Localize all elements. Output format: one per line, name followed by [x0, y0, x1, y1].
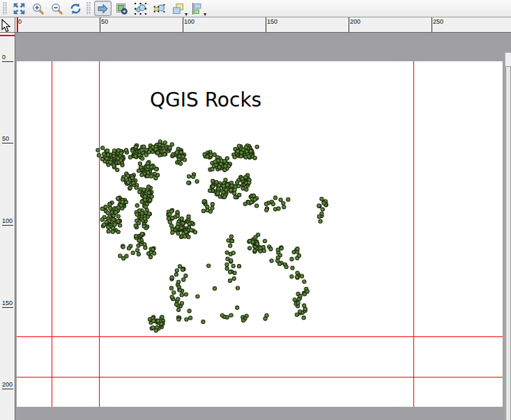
move-item-content-icon — [116, 3, 128, 15]
vertical-ruler[interactable]: 050100150200 — [0, 33, 15, 420]
zoom-full-button[interactable] — [10, 1, 28, 16]
group-items-icon — [135, 3, 146, 15]
vruler-cursor-marker — [0, 35, 15, 36]
zoom-out-icon — [51, 3, 63, 15]
hruler-label: 200 — [350, 18, 360, 25]
group-items-button[interactable] — [132, 1, 149, 16]
map-title-label[interactable]: QGIS Rocks — [150, 88, 261, 111]
vruler-tick — [2, 307, 13, 308]
mouse-cursor-icon — [1, 19, 11, 33]
zoom-in-icon — [32, 3, 44, 15]
vruler-label: 200 — [2, 381, 13, 388]
ungroup-items-button[interactable] — [151, 1, 168, 16]
composer-canvas[interactable]: QGIS Rocks — [15, 33, 511, 420]
hruler-tick — [100, 17, 100, 32]
hruler-label: 0 — [18, 18, 22, 25]
dropdown-arrow-icon[interactable]: ▾ — [185, 12, 188, 17]
hruler-label: 100 — [184, 18, 195, 25]
zoom-out-button[interactable] — [48, 1, 66, 16]
align-items-icon — [191, 3, 203, 15]
select-move-item-icon — [97, 3, 109, 15]
hruler-label: 50 — [101, 18, 108, 25]
dropdown-arrow-icon[interactable]: ▾ — [204, 12, 206, 17]
hruler-tick — [266, 17, 266, 32]
align-items-button[interactable]: ▾ — [188, 1, 206, 16]
hruler-tick — [183, 17, 183, 32]
select-move-item-button[interactable] — [94, 1, 112, 16]
vertical-scrollbar[interactable] — [505, 52, 511, 420]
hruler-label: 150 — [267, 18, 277, 25]
map-item-points[interactable] — [15, 33, 511, 420]
qgis-print-composer-window: ▾ ▾ 050100150200250 QGIS Rocks 050100150… — [0, 0, 511, 420]
hruler-tick — [432, 17, 432, 32]
horizontal-ruler[interactable]: 050100150200250 — [15, 17, 511, 33]
move-item-content-button[interactable] — [113, 1, 130, 16]
vruler-tick — [2, 143, 13, 143]
hruler-tick — [349, 17, 349, 32]
zoom-full-icon — [13, 3, 25, 15]
vruler-tick — [2, 61, 13, 62]
vruler-tick — [2, 389, 13, 389]
zoom-in-button[interactable] — [29, 1, 47, 16]
vruler-label: 100 — [2, 217, 13, 224]
ungroup-items-icon — [153, 3, 165, 15]
toolbar-handle[interactable] — [3, 2, 7, 15]
vruler-label: 150 — [2, 300, 13, 306]
toolbar-handle[interactable] — [86, 2, 91, 15]
vruler-label: 0 — [2, 54, 6, 61]
vruler-label: 50 — [2, 135, 9, 142]
toolbar: ▾ ▾ — [0, 0, 511, 17]
raise-items-button[interactable]: ▾ — [169, 1, 187, 16]
vruler-tick — [2, 225, 13, 226]
raise-items-icon — [172, 3, 184, 15]
refresh-icon — [70, 3, 82, 15]
hruler-label: 250 — [433, 18, 443, 25]
scrollbar-thumb[interactable] — [505, 66, 511, 420]
workspace: QGIS Rocks 050100150200 — [0, 33, 511, 420]
hruler-cursor-marker — [17, 17, 18, 32]
refresh-view-button[interactable] — [67, 1, 84, 16]
